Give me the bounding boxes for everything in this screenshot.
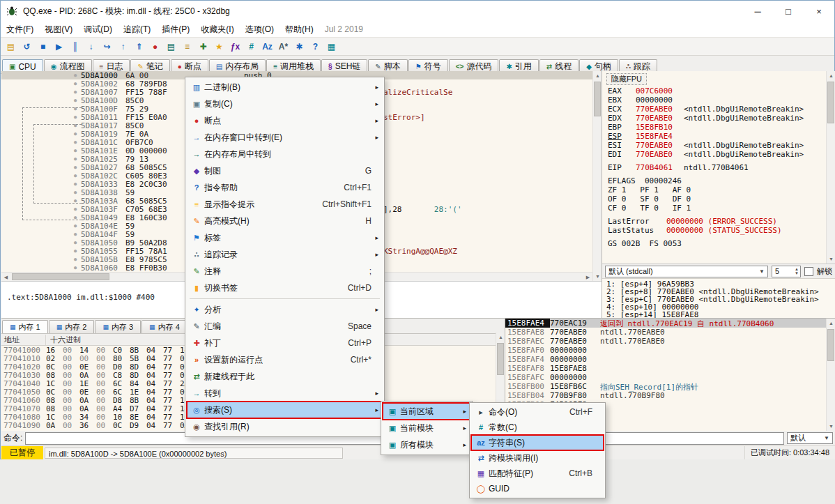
breakpoint-dot-icon[interactable]: ● (70, 230, 81, 238)
pattern-search-menu-item[interactable]: ▦匹配特征(P)Ctrl+B (471, 466, 604, 481)
unlock-checkbox[interactable] (804, 267, 813, 276)
search-all-modules-menu-item[interactable]: ▣所有模块▸ (383, 436, 470, 453)
highlight-mode-menu-item[interactable]: ✎高亮模式(H)H (187, 213, 383, 229)
breakpoint-dot-icon[interactable]: ● (70, 71, 81, 79)
new-thread-menu-item[interactable]: ⇄新建线程于此 (187, 368, 383, 385)
label-menu-item[interactable]: ⚑标签▸ (187, 229, 383, 246)
scroll-down-icon[interactable]: ▼ (827, 254, 835, 264)
hide-fpu-button[interactable]: 隐藏FPU (606, 73, 647, 85)
scrollbar-thumb[interactable] (12, 273, 109, 280)
register-row[interactable]: ESI770EABE0<ntdll.DbgUiRemoteBreakin> (608, 141, 824, 150)
stack-row[interactable]: 15E8FAF400000000 (505, 355, 835, 364)
intermodular-calls-menu-item[interactable]: ⇄跨模块调用(I) (471, 450, 604, 466)
menubar-item-2[interactable]: 视图(V) (39, 22, 78, 37)
scroll-up-icon[interactable]: ▲ (827, 319, 835, 328)
run-icon[interactable]: ▶ (51, 39, 67, 54)
scroll-up-icon[interactable]: ▲ (593, 71, 602, 80)
scroll-down-icon[interactable]: ▼ (827, 422, 835, 431)
bookmark-menu-item[interactable]: ▮切换书签Ctrl+D (187, 280, 383, 296)
registers-scrollbar[interactable]: ▲ ▼ (826, 71, 835, 264)
copy-menu-item[interactable]: ▣复制(C)▸ (187, 96, 383, 112)
stack-row[interactable]: 15E8FAFC00000000 (505, 373, 835, 382)
menubar-item-3[interactable]: 调试(D) (78, 22, 118, 37)
scrollbar-thumb[interactable] (827, 82, 834, 123)
arg-count-spinner[interactable]: 5 ▲▼ (772, 266, 801, 277)
close-button[interactable]: × (804, 1, 834, 22)
dump-tab-mem3[interactable]: ▦内存 3 (95, 320, 141, 333)
instruction-tip-menu-item[interactable]: ≡显示指令提示Ctrl+Shift+F1 (187, 196, 383, 213)
menubar-item-8[interactable]: 帮助(H) (279, 22, 319, 37)
help-toolbar-icon[interactable]: ? (307, 39, 323, 54)
fx-icon[interactable]: ƒx (227, 39, 243, 54)
follow-in-dump-menu-item[interactable]: →在内存窗口中转到(E)▸ (187, 129, 383, 146)
trace-record-menu-item[interactable]: ∴追踪记录▸ (187, 246, 383, 263)
menubar-item-5[interactable]: 插件(P) (156, 22, 195, 37)
scroll-up-icon[interactable]: ▲ (496, 333, 505, 342)
graph-view-menu-item[interactable]: ◆制图G (187, 162, 383, 179)
guid-search-menu-item[interactable]: ◯GUID (471, 481, 604, 496)
stack-row[interactable]: 15E8FB0015E8FB6C指向SEH_Record[1]的指针 (505, 382, 835, 391)
command-search-menu-item[interactable]: ▸命令(O)Ctrl+F (471, 404, 604, 420)
step-into-icon[interactable]: ↓ (83, 39, 99, 54)
pause-icon[interactable]: ║ (67, 39, 83, 54)
assemble-menu-item[interactable]: ✎汇编Space (187, 318, 383, 335)
minimize-button[interactable]: ─ (742, 1, 773, 22)
breakpoint-dot-icon[interactable]: ● (70, 79, 81, 88)
disasm-vertical-scrollbar[interactable]: ▲ ▼ (592, 71, 602, 281)
register-row[interactable]: EDI770EABE0<ntdll.DbgUiRemoteBreakin> (608, 150, 824, 159)
scrollbar-thumb[interactable] (827, 329, 834, 361)
search-current-module-menu-item[interactable]: ▣当前模块▸ (383, 420, 470, 436)
comment-menu-item[interactable]: ✎注释; (187, 263, 383, 280)
run-to-user-code-icon[interactable]: ⇑ (131, 39, 147, 54)
scroll-left-icon[interactable]: ◀ (1, 273, 10, 282)
dump-tab-mem1[interactable]: ▦内存 1 (2, 320, 48, 333)
constant-search-menu-item[interactable]: #常数(C) (471, 420, 604, 435)
string-references-menu-item[interactable]: az字符串(S) (471, 435, 604, 450)
memory-map-toolbar-icon[interactable]: ▤ (163, 39, 179, 54)
search-current-region-menu-item[interactable]: ▣当前区域▸ (383, 403, 470, 420)
case-icon[interactable]: A* (275, 39, 291, 54)
stack-row[interactable]: 15E8FAF815E8FAE8 (505, 364, 835, 373)
follow-in-memory-map-menu-item[interactable]: →在内存布局中转到 (187, 146, 383, 162)
breakpoint-dot-icon[interactable]: ● (70, 238, 81, 247)
restart-icon[interactable]: ↺ (19, 39, 35, 54)
stack-row[interactable]: 15E8FAEC770EABE0ntdll.770EABE0 (505, 337, 835, 346)
stack-row[interactable]: 15E8FAF000000000 (505, 346, 835, 355)
new-origin-menu-item[interactable]: »设置新的运行点Ctrl+* (187, 351, 383, 368)
step-over-icon[interactable]: ↪ (99, 39, 115, 54)
dump-tab-mem2[interactable]: ▦内存 2 (49, 320, 95, 333)
register-row[interactable]: EBX00000000 (608, 96, 824, 105)
breakpoint-dot-icon[interactable]: ● (70, 222, 81, 230)
breakpoint-dot-icon[interactable]: ● (70, 264, 81, 272)
breakpoints-toolbar-icon[interactable]: ● (147, 39, 163, 54)
strings-toolbar-icon[interactable]: Az (259, 39, 275, 54)
register-row[interactable]: EAX007C6000 (608, 86, 824, 96)
settings-icon[interactable]: ✱ (291, 39, 307, 54)
favourites-toolbar-icon[interactable]: ★ (211, 39, 227, 54)
menubar-item-4[interactable]: 追踪(T) (118, 22, 156, 37)
command-script-select[interactable]: 默认 ▼ (787, 432, 833, 444)
breakpoint-dot-icon[interactable]: ● (70, 96, 81, 105)
find-references-menu-item[interactable]: ◉查找引用(R) (187, 418, 383, 435)
register-row[interactable]: EDX770EABE0<ntdll.DbgUiRemoteBreakin> (608, 114, 824, 123)
scroll-down-icon[interactable]: ▼ (593, 272, 602, 281)
dump-tab-mem4[interactable]: ▦内存 4 (141, 320, 187, 333)
binary-menu-item[interactable]: ▥二进制(B)▸ (187, 79, 383, 96)
search-menu-item[interactable]: ◎搜索(S)▸ (187, 402, 383, 418)
scrollbar-thumb[interactable] (497, 343, 504, 375)
argument-row[interactable]: 5: [esp+14] 15E8FAE8 (606, 311, 835, 318)
menubar-item-1[interactable]: 文件(F) (1, 22, 39, 37)
scroll-up-icon[interactable]: ▲ (827, 71, 835, 80)
instruction-help-menu-item[interactable]: ?指令帮助Ctrl+F1 (187, 179, 383, 196)
open-file-icon[interactable]: ▤ (3, 39, 19, 54)
stack-row[interactable]: 15E8FB04770B9F80ntdll.770B9F80 (505, 391, 835, 400)
breakpoint-dot-icon[interactable]: ● (70, 255, 81, 264)
register-row[interactable]: ECX770EABE0<ntdll.DbgUiRemoteBreakin> (608, 105, 824, 114)
analysis-menu-item[interactable]: ✦分析▸ (187, 301, 383, 318)
log-toolbar-icon[interactable]: ≡ (179, 39, 195, 54)
stack-row[interactable]: 15E8FAE8770EABE0ntdll.770EABE0 (505, 328, 835, 337)
patch-toolbar-icon[interactable]: ✚ (195, 39, 211, 54)
stack-scrollbar[interactable]: ▲ ▼ (826, 319, 835, 431)
menubar-item-7[interactable]: 选项(O) (240, 22, 279, 37)
maximize-button[interactable]: □ (773, 1, 804, 22)
